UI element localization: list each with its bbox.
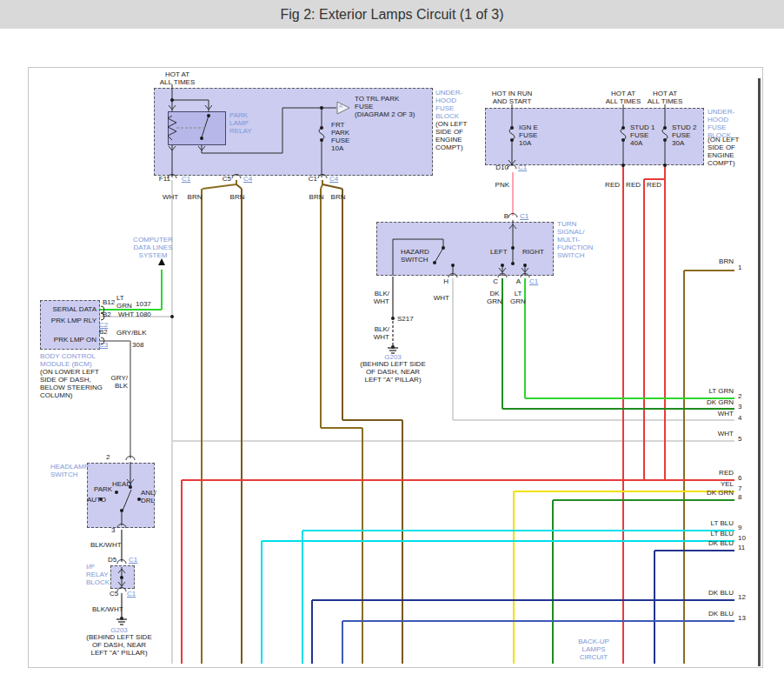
- circuit-1037: 1037: [136, 300, 151, 308]
- out-1-lbl: BRN: [719, 257, 734, 265]
- conn-c1-d[interactable]: C1: [127, 590, 136, 598]
- out-12-lbl: DK BLU: [708, 589, 734, 597]
- fuse-ign-e: IGN E FUSE 10A: [519, 124, 538, 147]
- pin-h: H: [443, 277, 448, 285]
- pin-a: A: [516, 277, 521, 285]
- pin-c5: C5: [223, 175, 231, 183]
- wire-brn2-16: [322, 184, 342, 189]
- wire-blk-69: [123, 490, 131, 511]
- junction-dot: [207, 114, 210, 117]
- wire-wht-lbl: WHT: [118, 311, 134, 318]
- wire-blk-60: [202, 116, 209, 137]
- out-13-lbl: DK BLU: [708, 610, 734, 618]
- fuse-symbol-icon: [662, 128, 668, 140]
- out-1-num: 1: [738, 264, 741, 271]
- junction-dot: [170, 315, 174, 318]
- circuit-1080: 1080: [136, 311, 151, 318]
- turn-signal-name: TURN SIGNAL/ MULTI- FUNCTION SWITCH: [557, 220, 593, 259]
- junction-dot: [320, 106, 323, 110]
- junction-dot: [511, 262, 515, 265]
- wire-red-2: RED: [626, 181, 641, 189]
- out-2-lbl: LT GRN: [708, 387, 734, 395]
- wire-wht-1: WHT: [163, 193, 178, 201]
- wire-brn-1: BRN: [188, 193, 203, 201]
- conn-c4-a[interactable]: C4: [243, 175, 252, 183]
- pin-c: C: [493, 277, 498, 285]
- conn-c1-f[interactable]: C1: [520, 212, 528, 220]
- conn-c1-a[interactable]: C1: [182, 175, 190, 183]
- conn-c3[interactable]: C3: [99, 341, 108, 349]
- underhood-left-name: UNDER- HOOD FUSE BLOCK: [435, 89, 462, 120]
- conn-c4-b[interactable]: C4: [329, 175, 338, 183]
- pin-2: 2: [106, 453, 110, 461]
- ground-g203-a-loc: (BEHIND LEFT SIDE OF DASH, NEAR LEFT "A"…: [86, 633, 151, 657]
- conn-c1-c[interactable]: C1: [129, 556, 137, 564]
- out-2-num: 2: [738, 392, 741, 400]
- fuse-stud-2: STUD 2 FUSE 30A: [672, 124, 696, 147]
- wire-gry-blk-2: GRY/ BLK: [111, 374, 128, 390]
- connector-arc: [117, 588, 126, 592]
- pos-auto: AUTO: [87, 496, 106, 504]
- pos-park: PARK: [94, 485, 112, 493]
- pos-anl-drl: ANL/ DRL: [141, 489, 156, 504]
- pin-b12: B12: [103, 298, 115, 306]
- junction-dot: [170, 98, 174, 102]
- junction-dot: [200, 137, 203, 140]
- out-9-num: 9: [738, 524, 741, 531]
- junction-dot: [391, 317, 395, 320]
- fuse-symbol-icon: [509, 128, 515, 140]
- wire-dk-grn-lbl: DK GRN: [487, 290, 502, 305]
- conn-c1-g[interactable]: C1: [529, 277, 538, 285]
- out-11-lbl: DK BLU: [708, 539, 734, 547]
- wire-pnk-lbl: PNK: [495, 181, 509, 189]
- underhood-right-name: UNDER- HOOD FUSE BLOCK: [708, 108, 734, 139]
- hot-at-all-times-stud1: HOT AT ALL TIMES: [606, 90, 641, 105]
- out-8-num: 8: [738, 493, 741, 501]
- out-3-num: 3: [738, 403, 741, 411]
- hazard-switch: HAZARD SWITCH: [401, 248, 429, 264]
- bcm-pin-prk-lmp-rly: PRK LMP RLY: [51, 317, 96, 324]
- junction-dot: [501, 264, 504, 267]
- out-6-lbl: RED: [719, 469, 734, 477]
- out-11-num: 11: [738, 544, 745, 551]
- wire-lt-grn-lbl: LT GRN: [116, 294, 132, 310]
- junction-dot: [120, 509, 123, 512]
- wire-blk-wht-2: BLK/WHT: [92, 605, 123, 613]
- wire-blk-74: [435, 248, 443, 263]
- hot-in-run: HOT IN RUN AND START: [492, 90, 533, 105]
- out-3-lbl: DK GRN: [707, 398, 734, 406]
- out-4-num: 4: [738, 414, 741, 422]
- conn-c1-e[interactable]: C1: [518, 164, 527, 171]
- wire-blk-wht-1: BLK/WHT: [90, 541, 122, 549]
- headlamp-switch-name: HEADLAMP SWITCH: [50, 463, 89, 478]
- triangle-a-label: A: [339, 104, 342, 109]
- underhood-right-loc: (ON LEFT SIDE OF ENGINE COMPT): [708, 136, 739, 167]
- bcm-pin-serial-data: SERIAL DATA: [52, 305, 96, 313]
- hot-at-all-times-left: HOT AT ALL TIMES: [160, 70, 195, 86]
- junction-dot: [433, 261, 436, 264]
- wire-brn-3: BRN: [309, 193, 324, 201]
- wire-brn-11: [203, 184, 236, 189]
- junction-dot: [115, 491, 118, 494]
- ground-g203-b-loc: (BEHIND LEFT SIDE OF DASH, NEAR LEFT "A"…: [360, 360, 425, 384]
- out-5-lbl: WHT: [718, 430, 734, 438]
- wire-brn2-12: [236, 184, 242, 189]
- out-7-num: 7: [738, 484, 741, 492]
- out-8-lbl: DK GRN: [707, 489, 734, 497]
- bcm-loc: (ON LOWER LEFT SIDE OF DASH, BELOW STEER…: [40, 368, 103, 399]
- out-10-lbl: LT BLU: [711, 530, 734, 538]
- junction-dot: [511, 246, 515, 250]
- wire-lt-grn-lbl2: LT GRN: [510, 290, 526, 305]
- junction-dot: [621, 164, 625, 167]
- wire-red-3: RED: [647, 181, 661, 189]
- wire-red-1: RED: [605, 181, 620, 189]
- junction-dot: [120, 576, 123, 579]
- out-12-num: 12: [738, 593, 746, 601]
- connector-arc: [318, 175, 327, 179]
- wire-blk-wht-3: BLK/ WHT: [374, 290, 389, 305]
- fuse-symbol-icon: [621, 128, 626, 140]
- to-trl-park-fuse: TO TRL PARK FUSE (DIAGRAM 2 OF 3): [355, 95, 415, 118]
- ip-relay-block-name: I/P RELAY BLOCK: [86, 563, 110, 586]
- wire-gry-blk-1: GRY/BLK: [116, 329, 147, 337]
- junction-dot: [523, 264, 527, 267]
